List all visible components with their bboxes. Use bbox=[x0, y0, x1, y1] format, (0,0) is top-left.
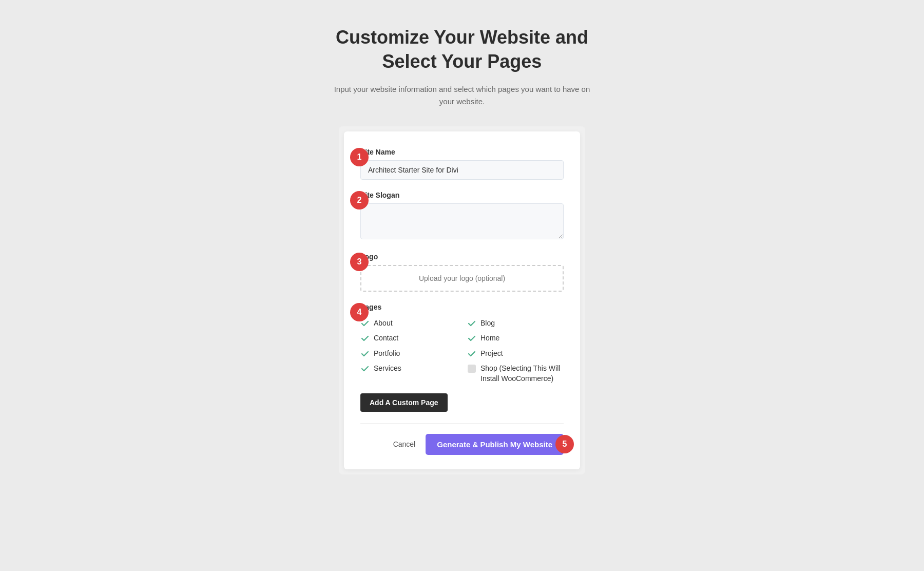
page-title: Customize Your Website and Select Your P… bbox=[336, 26, 588, 74]
step-3-badge: 3 bbox=[350, 253, 369, 271]
contact-label: Contact bbox=[374, 333, 398, 344]
cancel-button[interactable]: Cancel bbox=[390, 435, 419, 453]
step-4-badge: 4 bbox=[350, 303, 369, 321]
services-check-icon bbox=[360, 364, 370, 373]
publish-button[interactable]: Generate & Publish My Website bbox=[426, 434, 564, 455]
blog-check-icon bbox=[467, 319, 476, 328]
project-check-icon bbox=[467, 349, 476, 358]
pages-label: Pages bbox=[360, 303, 564, 311]
pages-grid: About Blog bbox=[360, 318, 564, 384]
page-subtitle: Input your website information and selec… bbox=[334, 83, 590, 108]
svg-rect-0 bbox=[468, 365, 476, 373]
page-item-about[interactable]: About bbox=[360, 318, 457, 329]
page-item-contact[interactable]: Contact bbox=[360, 333, 457, 344]
contact-check-icon bbox=[360, 334, 370, 343]
form-card: 1 Site Name 2 Site Slogan 3 Logo Upload … bbox=[344, 131, 580, 469]
logo-label: Logo bbox=[360, 253, 564, 261]
step-5-badge: 5 bbox=[555, 435, 574, 453]
site-name-label: Site Name bbox=[360, 148, 564, 156]
page-item-portfolio[interactable]: Portfolio bbox=[360, 349, 457, 359]
page-item-services[interactable]: Services bbox=[360, 364, 457, 384]
site-name-field: 1 Site Name bbox=[360, 148, 564, 180]
site-slogan-input[interactable] bbox=[360, 203, 564, 239]
site-slogan-field: 2 Site Slogan bbox=[360, 191, 564, 241]
page-item-blog[interactable]: Blog bbox=[467, 318, 564, 329]
portfolio-label: Portfolio bbox=[374, 349, 400, 359]
page-item-home[interactable]: Home bbox=[467, 333, 564, 344]
logo-upload-text: Upload your logo (optional) bbox=[419, 274, 505, 282]
home-check-icon bbox=[467, 334, 476, 343]
step-1-badge: 1 bbox=[350, 148, 369, 166]
logo-field: 3 Logo Upload your logo (optional) bbox=[360, 253, 564, 292]
portfolio-check-icon bbox=[360, 349, 370, 358]
site-name-input[interactable] bbox=[360, 160, 564, 180]
blog-label: Blog bbox=[480, 318, 495, 329]
site-slogan-label: Site Slogan bbox=[360, 191, 564, 199]
form-card-wrapper: 1 Site Name 2 Site Slogan 3 Logo Upload … bbox=[339, 126, 585, 474]
about-label: About bbox=[374, 318, 393, 329]
step-2-badge: 2 bbox=[350, 191, 369, 210]
footer-divider bbox=[360, 423, 564, 424]
page-item-project[interactable]: Project bbox=[467, 349, 564, 359]
project-label: Project bbox=[480, 349, 503, 359]
pages-section: 4 Pages About bbox=[360, 303, 564, 412]
add-custom-page-button[interactable]: Add A Custom Page bbox=[360, 393, 448, 412]
shop-label: Shop (Selecting This Will Install WooCom… bbox=[480, 364, 564, 384]
page-item-shop[interactable]: Shop (Selecting This Will Install WooCom… bbox=[467, 364, 564, 384]
footer-actions: Cancel Generate & Publish My Website 5 bbox=[360, 434, 564, 455]
home-label: Home bbox=[480, 333, 499, 344]
logo-upload-area[interactable]: Upload your logo (optional) bbox=[360, 265, 564, 292]
services-label: Services bbox=[374, 364, 401, 374]
shop-check-icon bbox=[467, 364, 476, 373]
